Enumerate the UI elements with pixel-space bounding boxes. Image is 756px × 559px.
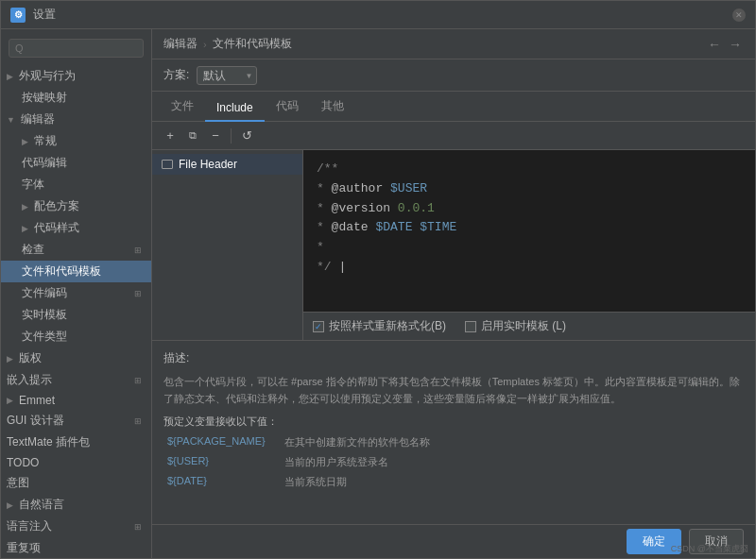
table-row: ${PACKAGE_NAME} 在其中创建新文件的软件包名称 bbox=[163, 432, 744, 452]
var-desc-0: 在其中创建新文件的软件包名称 bbox=[281, 432, 744, 452]
close-button[interactable]: ✕ bbox=[732, 8, 746, 22]
table-row: ${USER} 当前的用户系统登录名 bbox=[163, 452, 744, 472]
options-bar: 按照样式重新格式化(B) 启用实时模板 (L) bbox=[303, 312, 755, 340]
var-name-2: ${DATE} bbox=[163, 472, 281, 492]
description-main-text: 包含一个代码片段，可以在 #parse 指令的帮助下将其包含在文件模板（Temp… bbox=[163, 374, 744, 407]
split-content: File Header /** * @author $USER * @versi… bbox=[152, 150, 755, 340]
chevron-icon bbox=[7, 72, 13, 81]
tab-files[interactable]: 文件 bbox=[160, 93, 205, 122]
sidebar-item-intention[interactable]: 意图 bbox=[1, 472, 151, 494]
toolbar-separator bbox=[231, 128, 232, 144]
breadcrumb-part2: 文件和代码模板 bbox=[213, 36, 292, 52]
chevron-icon bbox=[22, 224, 28, 233]
cancel-button[interactable]: 取消 bbox=[689, 529, 744, 554]
table-row: ${DATE} 当前系统日期 bbox=[163, 472, 744, 492]
livetemplate-checkbox[interactable] bbox=[465, 321, 476, 332]
badge-icon: ⊞ bbox=[134, 376, 142, 385]
description-area: 描述: 包含一个代码片段，可以在 #parse 指令的帮助下将其包含在文件模板（… bbox=[152, 340, 755, 524]
chevron-icon bbox=[22, 202, 28, 212]
sidebar-item-embed[interactable]: 嵌入提示 ⊞ bbox=[1, 369, 151, 391]
sidebar-item-filetype[interactable]: 文件类型 bbox=[1, 326, 151, 347]
tab-other[interactable]: 其他 bbox=[310, 93, 355, 122]
code-editor[interactable]: /** * @author $USER * @version 0.0.1 * @… bbox=[303, 150, 755, 312]
var-desc-2: 当前系统日期 bbox=[281, 472, 744, 492]
sidebar-item-emmet[interactable]: Emmet bbox=[1, 391, 151, 410]
sidebar-item-repeat[interactable]: 重复项 bbox=[1, 537, 151, 558]
chevron-icon bbox=[7, 500, 13, 510]
copy-button[interactable]: ⧉ bbox=[182, 126, 203, 146]
var-desc-1: 当前的用户系统登录名 bbox=[281, 452, 744, 472]
livetemplate-label: 启用实时模板 (L) bbox=[481, 318, 566, 334]
sidebar-item-livetemplate[interactable]: 实时模板 bbox=[1, 304, 151, 326]
scheme-label: 方案: bbox=[163, 67, 189, 83]
livetemplate-checkbox-item[interactable]: 启用实时模板 (L) bbox=[465, 318, 566, 334]
sidebar-search-input[interactable] bbox=[9, 39, 144, 58]
chevron-icon bbox=[7, 354, 13, 364]
code-line-1: /** bbox=[317, 160, 742, 179]
scheme-select[interactable]: 默认 自定义 bbox=[197, 66, 257, 85]
sidebar-item-font[interactable]: 字体 bbox=[1, 174, 151, 195]
sidebar-item-codeedit[interactable]: 代码编辑 bbox=[1, 152, 151, 174]
sidebar-item-guidesign[interactable]: GUI 设计器 ⊞ bbox=[1, 410, 151, 432]
window-title: 设置 bbox=[33, 7, 732, 23]
reformat-label: 按照样式重新格式化(B) bbox=[329, 318, 446, 334]
code-line-5: * bbox=[317, 238, 742, 258]
remove-button[interactable]: − bbox=[205, 126, 226, 146]
sidebar-item-keymap[interactable]: 按键映射 bbox=[1, 87, 151, 109]
file-item-header[interactable]: File Header bbox=[152, 154, 302, 175]
toolbar: + ⧉ − ↺ bbox=[152, 122, 755, 150]
content-area: 编辑器 › 文件和代码模板 ← → 方案: 默认 自定义 bbox=[152, 29, 755, 558]
sidebar-item-naturallang[interactable]: 自然语言 bbox=[1, 494, 151, 516]
chevron-icon bbox=[7, 115, 15, 125]
sidebar-item-copyright[interactable]: 版权 bbox=[1, 347, 151, 369]
code-line-4: * @date $DATE $TIME bbox=[317, 218, 742, 238]
confirm-button[interactable]: 确定 bbox=[627, 529, 681, 554]
tab-code[interactable]: 代码 bbox=[265, 93, 310, 122]
add-button[interactable]: + bbox=[160, 126, 180, 146]
tab-include[interactable]: Include bbox=[205, 95, 265, 122]
sidebar-item-codestyle[interactable]: 代码样式 bbox=[1, 217, 151, 239]
reformat-checkbox-item[interactable]: 按照样式重新格式化(B) bbox=[313, 318, 446, 334]
scheme-row: 方案: 默认 自定义 bbox=[152, 59, 755, 92]
badge-icon: ⊞ bbox=[134, 416, 142, 426]
sidebar-item-filetemplate[interactable]: 文件和代码模板 bbox=[1, 261, 151, 282]
app-icon: ⚙ bbox=[10, 8, 26, 23]
breadcrumb: 编辑器 › 文件和代码模板 ← → bbox=[152, 29, 755, 59]
code-line-3: * @version 0.0.1 bbox=[317, 199, 742, 219]
window-controls: ✕ bbox=[732, 8, 746, 22]
sidebar-item-langinjection[interactable]: 语言注入 ⊞ bbox=[1, 516, 151, 537]
footer: 确定 取消 bbox=[152, 524, 755, 558]
nav-forward-button[interactable]: → bbox=[727, 37, 744, 52]
sidebar-item-colorscheme[interactable]: 配色方案 bbox=[1, 195, 151, 217]
file-item-label: File Header bbox=[179, 158, 237, 171]
sidebar: 外观与行为 按键映射 编辑器 常规 代码编辑 字体 配色方案 bbox=[1, 29, 152, 558]
settings-window: ⚙ 设置 ✕ 外观与行为 按键映射 编辑器 常规 bbox=[0, 0, 756, 559]
file-list: File Header bbox=[152, 150, 303, 340]
sidebar-item-appearance[interactable]: 外观与行为 bbox=[1, 65, 151, 87]
description-table: ${PACKAGE_NAME} 在其中创建新文件的软件包名称 ${USER} 当… bbox=[163, 432, 744, 492]
sidebar-item-textmate[interactable]: TextMate 插件包 bbox=[1, 432, 151, 453]
description-title: 描述: bbox=[163, 350, 744, 366]
title-bar: ⚙ 设置 ✕ bbox=[1, 1, 755, 29]
code-line-2: * @author $USER bbox=[317, 179, 742, 199]
editor-area: /** * @author $USER * @version 0.0.1 * @… bbox=[303, 150, 755, 340]
revert-button[interactable]: ↺ bbox=[236, 126, 257, 146]
badge-icon: ⊞ bbox=[134, 289, 142, 298]
breadcrumb-nav: ← → bbox=[706, 37, 744, 52]
sidebar-item-general[interactable]: 常规 bbox=[1, 130, 151, 152]
sidebar-item-fileedit[interactable]: 文件编码 ⊞ bbox=[1, 282, 151, 304]
nav-back-button[interactable]: ← bbox=[706, 37, 723, 52]
description-subtitle: 预定义变量接收以下值： bbox=[163, 415, 744, 429]
file-icon bbox=[162, 160, 173, 169]
var-name-0: ${PACKAGE_NAME} bbox=[163, 432, 281, 452]
code-line-6: */ bbox=[317, 258, 742, 278]
badge-icon: ⊞ bbox=[134, 522, 142, 532]
sidebar-item-inspection[interactable]: 检查 ⊞ bbox=[1, 239, 151, 261]
scheme-select-wrapper: 默认 自定义 bbox=[197, 66, 257, 85]
sidebar-item-todo[interactable]: TODO bbox=[1, 453, 151, 472]
chevron-icon bbox=[7, 396, 13, 405]
badge-icon: ⊞ bbox=[134, 246, 142, 255]
reformat-checkbox[interactable] bbox=[313, 321, 324, 332]
sidebar-item-editor[interactable]: 编辑器 bbox=[1, 109, 151, 130]
breadcrumb-separator: › bbox=[203, 39, 207, 50]
